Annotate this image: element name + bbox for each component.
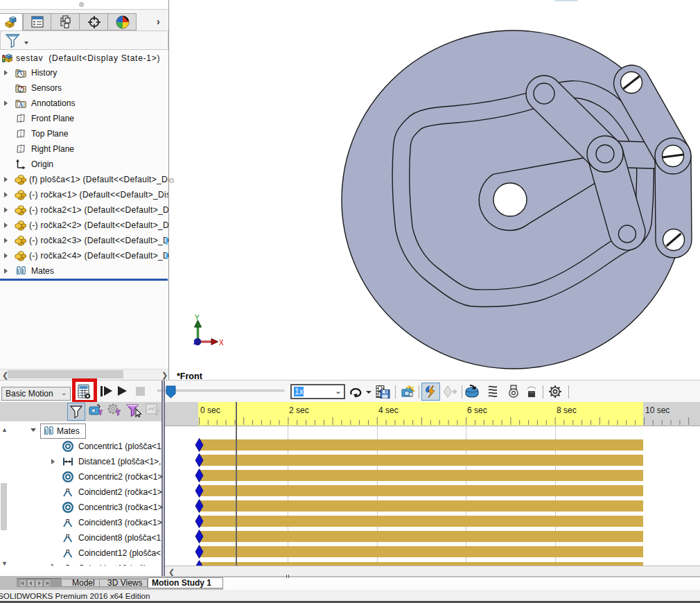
svg-text:Z: Z [193,339,198,346]
svg-text:Y: Y [195,314,200,322]
svg-text:*Front: *Front [177,372,203,380]
svg-text:A: A [19,101,24,108]
svg-text:X: X [219,339,224,347]
